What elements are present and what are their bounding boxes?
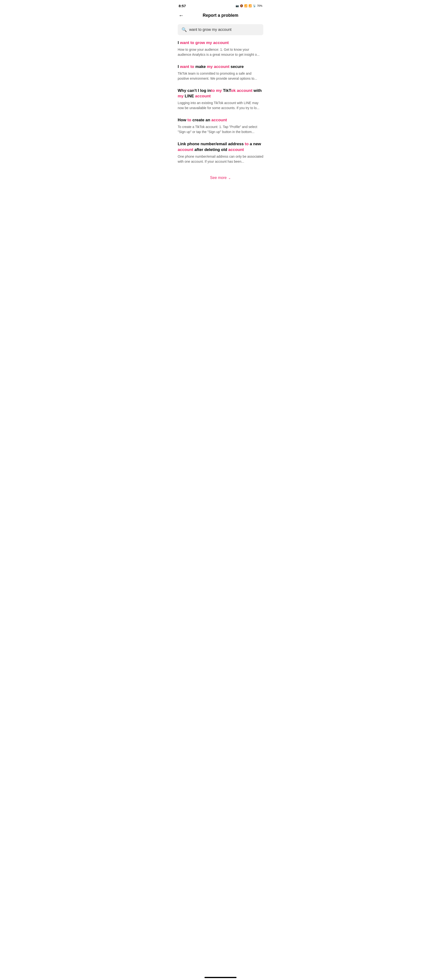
page-header: ← Report a problem [174,11,267,20]
wifi-icon: 📡 [253,4,256,7]
result-title-2: I want to make my account secure [178,64,263,70]
search-container: 🔍 [178,24,263,35]
result-item-3[interactable]: Why can't I log into my TikTok account w… [178,88,263,111]
result-title-1: I want to grow my account [178,40,263,46]
chevron-down-icon: ⌄ [228,176,231,180]
see-more-label: See more [210,176,227,180]
battery-level: 70% [257,4,262,7]
back-button[interactable]: ← [179,13,184,19]
result-desc-4: To create a TikTok account: 1. Tap "Prof… [178,124,263,134]
result-item-5[interactable]: Link phone number/email address to a new… [178,141,263,164]
highlight-1: want to grow my account [180,40,228,45]
result-item-2[interactable]: I want to make my account secure TikTok … [178,64,263,81]
result-desc-3: Logging into an existing TikTok account … [178,100,263,111]
signal-icon-1: 📶 [244,4,247,7]
see-more-container: See more ⌄ [174,171,267,189]
result-title-3: Why can't I log into my TikTok account w… [178,88,263,99]
search-input[interactable] [189,27,260,32]
camera-icon: 📷 [236,4,239,7]
result-title-5: Link phone number/email address to a new… [178,141,263,153]
result-item-1[interactable]: I want to grow my account How to grow yo… [178,40,263,57]
see-more-button[interactable]: See more ⌄ [210,176,231,180]
result-desc-2: TikTok team is committed to promoting a … [178,71,263,81]
search-bar[interactable]: 🔍 [178,24,263,35]
results-list: I want to grow my account How to grow yo… [174,40,267,164]
search-icon: 🔍 [181,27,187,32]
status-time: 8:57 [179,4,186,8]
status-icons: 📷 🔕 📶 📶 📡 70% [236,4,262,7]
result-title-4: How to create an account [178,117,263,123]
mute-icon: 🔕 [240,4,243,7]
status-bar: 8:57 📷 🔕 📶 📶 📡 70% [174,0,267,11]
page-title: Report a problem [203,13,238,18]
result-item-4[interactable]: How to create an account To create a Tik… [178,117,263,134]
result-desc-5: One phone number/email address can only … [178,154,263,164]
result-desc-1: How to grow your audience: 1. Get to kno… [178,47,263,57]
signal-icon-2: 📶 [249,4,252,7]
